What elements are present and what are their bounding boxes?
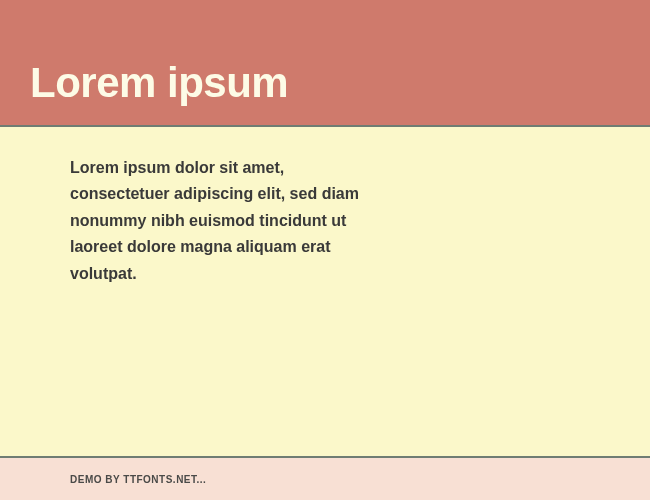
header-banner: Lorem ipsum — [0, 0, 650, 125]
page-title: Lorem ipsum — [30, 59, 288, 107]
content-area: Lorem ipsum dolor sit amet, consectetuer… — [0, 125, 650, 458]
footer-credit: DEMO BY TTFONTS.NET... — [70, 474, 206, 485]
body-paragraph: Lorem ipsum dolor sit amet, consectetuer… — [70, 155, 380, 287]
footer-bar: DEMO BY TTFONTS.NET... — [0, 458, 650, 500]
